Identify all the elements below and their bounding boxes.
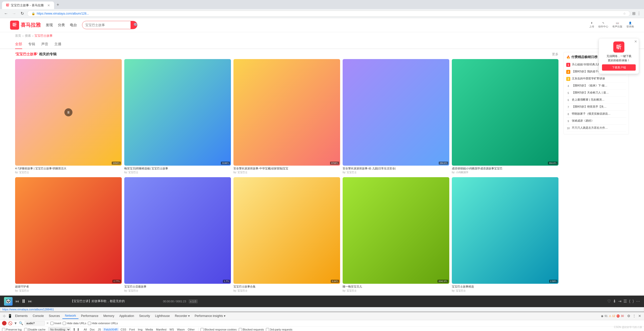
search-input[interactable] — [82, 22, 131, 28]
dt-tab-console[interactable]: Console — [30, 313, 46, 319]
new-tab-btn[interactable]: + — [54, 1, 62, 9]
download-icon[interactable]: ⬇ — [613, 299, 616, 304]
hide-data-urls-label[interactable]: Hide data URLs — [63, 322, 86, 325]
dt-tab-lighthouse[interactable]: Lighthouse — [152, 313, 172, 319]
dt-tab-network[interactable]: Network — [62, 313, 78, 319]
album-card-9[interactable]: 2042.8½ 睡一晚安宝贝儿 by: 宝宝巴士 — [343, 177, 449, 292]
next-track-icon[interactable]: ⟩ — [632, 299, 634, 304]
create-center-btn[interactable]: ✎ 创作中心 — [598, 22, 608, 28]
album-card-3[interactable]: 9768½ 安全警长派派班故事-中华宝藏|侦探冒险|宝宝 by: 宝宝巴士 — [233, 59, 340, 174]
album-card-4[interactable]: 284.6½ 安全警长派派班故事-幼 儿园|日常生活安全| by: 宝宝巴士 — [343, 59, 449, 174]
player-prev-btn[interactable]: ⏮ — [15, 299, 19, 304]
xm-logo[interactable]: 听 喜马拉雅 — [10, 21, 41, 30]
invert-checkbox-label[interactable]: Invert — [50, 322, 61, 325]
search-btn[interactable]: 🔍 — [131, 21, 137, 29]
nav-radio[interactable]: 电台 — [70, 23, 77, 27]
dt-device-icon[interactable]: 📱 — [7, 313, 13, 319]
rank-item[interactable]: 8 明朝故家子（慢灵实验说谈说… — [566, 111, 626, 118]
tab-close[interactable]: ✕ — [47, 4, 50, 7]
publisher-btn[interactable]: 📖 有声出版 — [612, 22, 622, 28]
popup-close-btn[interactable]: ✕ — [634, 39, 637, 43]
filter-type-other[interactable]: Other — [186, 328, 196, 331]
search-close-btn[interactable]: ✕ — [46, 321, 49, 325]
filter-type-fetch[interactable]: Fetch/XHR — [103, 328, 119, 331]
album-card-5[interactable]: 304.6½ 成语胡胡姐|小鸡教国学成语源故事宝宝巴 by: 小鸡教国学 — [452, 59, 558, 174]
throttling-select[interactable]: No throttling — [48, 327, 71, 331]
player-next-btn[interactable]: ⏭ — [28, 299, 32, 304]
dt-dots-icon[interactable]: ⋮ — [631, 313, 637, 319]
dt-settings-icon[interactable]: ⚙ — [626, 313, 631, 319]
dt-tab-elements[interactable]: Elements — [13, 313, 30, 319]
disable-cache-checkbox[interactable] — [24, 328, 27, 331]
nav-discover[interactable]: 发现 — [46, 23, 53, 27]
heart-icon[interactable]: ♡ — [607, 299, 611, 304]
blocked-cookies-label[interactable]: Blocked response cookies — [200, 328, 237, 331]
nav-forward-btn[interactable]: → — [11, 11, 17, 17]
preserve-log-checkbox[interactable] — [2, 328, 5, 331]
hide-data-urls-checkbox[interactable] — [63, 322, 66, 325]
tab-all[interactable]: 全部 — [15, 40, 22, 49]
album-card-1[interactable]: ⏸ 2050½ 4-7岁睡前故事 | 宝宝巴士故事·哄睡营活大 by: 宝宝巴士 — [15, 59, 122, 174]
ext-icon-1[interactable]: ⊞ — [632, 11, 635, 16]
blocked-requests-label[interactable]: Blocked requests — [239, 328, 264, 331]
address-bar[interactable]: 🔒 https://www.ximalaya.com/album/128... … — [27, 11, 630, 17]
tab-sound[interactable]: 声音 — [41, 40, 48, 49]
hide-ext-urls-label[interactable]: Hide extension URLs — [88, 322, 118, 325]
third-party-cb[interactable] — [266, 328, 269, 331]
album-card-6[interactable]: 2.77½ 超级守护者 by: 宝宝巴士 — [15, 177, 122, 292]
tab-host[interactable]: 主播 — [54, 40, 61, 49]
filter-icon[interactable]: ▼ — [14, 321, 17, 325]
player-speed[interactable]: x 1.0 — [189, 299, 198, 303]
popup-download-btn[interactable]: 下载客户端 — [602, 64, 636, 71]
prev-track-icon[interactable]: ⟨ — [629, 299, 630, 304]
album-card-7[interactable]: 1.7½ 宝宝巴士启最故事 by: 宝宝巴士 — [124, 177, 231, 292]
breadcrumb-home[interactable]: 首页 — [15, 34, 21, 38]
more-link[interactable]: 更多 — [552, 52, 558, 57]
nav-refresh-btn[interactable]: ↻ — [19, 11, 25, 17]
filter-type-doc[interactable]: Doc — [88, 328, 96, 331]
album-card-2[interactable]: 3196½ 晚安宝贝|哄睡精选板| 宝宝巴士故事 by: 宝宝巴士 — [124, 59, 231, 174]
nav-category[interactable]: 分类 — [58, 23, 65, 27]
filter-type-img[interactable]: Img — [136, 328, 144, 331]
dt-tab-security[interactable]: Security — [137, 313, 152, 319]
blocked-requests-cb[interactable] — [239, 328, 242, 331]
nav-back-btn[interactable]: ← — [3, 11, 9, 17]
filter-type-ws[interactable]: WS — [168, 328, 176, 331]
login-btn[interactable]: 👤 登录购 — [626, 22, 634, 28]
hide-ext-urls-checkbox[interactable] — [88, 322, 91, 325]
ext-icon-2[interactable]: ⋮ — [637, 11, 641, 16]
rank-item[interactable]: 4 【限时5折】《箱来》下·烟… — [566, 82, 626, 89]
filter-type-css[interactable]: CSS — [119, 328, 128, 331]
album-card-10[interactable]: 2.59½ 宝宝巴士故事精选 by: 宝宝巴士 — [452, 177, 558, 292]
playlist-icon[interactable]: ☰ — [623, 299, 627, 304]
share-icon[interactable]: ⇥ — [618, 299, 621, 304]
invert-checkbox[interactable] — [50, 322, 54, 325]
breadcrumb-search[interactable]: 搜索 — [25, 34, 31, 38]
third-party-label[interactable]: 3rd-party requests — [266, 328, 292, 331]
album-card-8[interactable]: 6.64½ 宝宝巴士故事合集 by: 宝宝巴士 — [233, 177, 340, 292]
dt-tab-recorder[interactable]: Recorder ▾ — [172, 313, 192, 319]
record-btn[interactable] — [2, 321, 7, 325]
dt-tab-perf-insights[interactable]: Performance insights ▾ — [192, 313, 228, 319]
rank-item[interactable]: 9 张斌成讲《易经》 — [566, 118, 626, 125]
dt-tab-application[interactable]: Application — [117, 313, 137, 319]
dt-close-btn[interactable]: ✕ — [637, 313, 642, 319]
browser-tab[interactable]: 听 宝宝巴士故事 - 喜马拉雅 ✕ — [2, 2, 54, 9]
filter-type-font[interactable]: Font — [128, 328, 136, 331]
dt-inspect-icon[interactable]: ⊹ — [2, 313, 7, 319]
search-icon-btn[interactable]: 🔍 — [19, 321, 23, 325]
blocked-cookies-cb[interactable] — [200, 328, 204, 331]
import-icon[interactable]: ⬆ — [73, 327, 76, 331]
filter-type-wasm[interactable]: Wasm — [176, 328, 186, 331]
export-icon[interactable]: ⬇ — [77, 327, 80, 331]
filter-type-media[interactable]: Media — [144, 328, 154, 331]
dt-tab-sources[interactable]: Sources — [46, 313, 62, 319]
more-options-icon[interactable]: ⋯ — [636, 299, 640, 304]
network-search-input[interactable] — [25, 321, 45, 325]
filter-type-js[interactable]: JS — [96, 328, 103, 331]
rank-item[interactable]: 3 王东岳的中西哲学旷野讲谈 — [566, 75, 626, 82]
dt-tab-performance[interactable]: Performance — [78, 313, 101, 319]
clear-btn[interactable]: 🚫 — [8, 321, 12, 325]
rank-item[interactable]: 5 【限时5折】天命称刀人 | 道… — [566, 89, 626, 97]
filter-type-all[interactable]: All — [82, 328, 88, 331]
